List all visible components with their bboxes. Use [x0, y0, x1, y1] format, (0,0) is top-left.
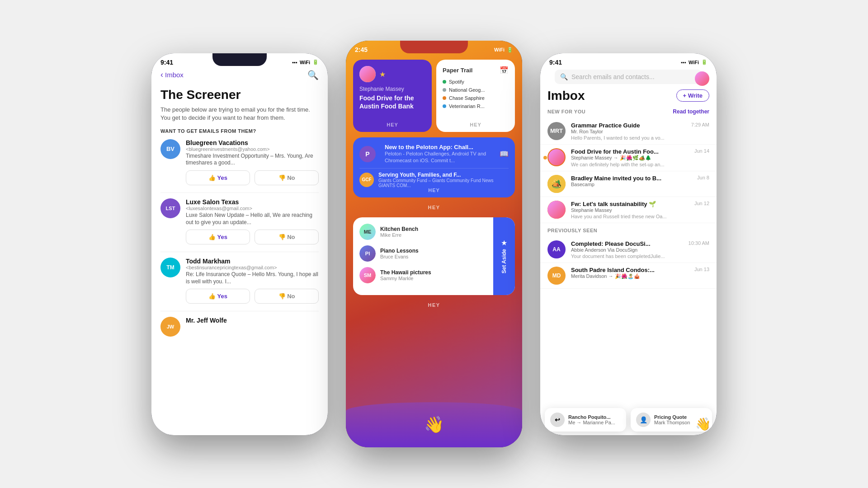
sender-info-1: Luxe Salon Texas <luxesalontexas@gmail.c…	[186, 198, 319, 244]
nav-bar-1: ‹ Imbox 🔍	[151, 68, 328, 84]
star-icon: ★	[379, 70, 386, 79]
battery-icon-2: 🔋	[507, 47, 513, 53]
email-item-1[interactable]: Food Drive for the Austin Foo... Jun 14 …	[540, 145, 717, 171]
no-button-1[interactable]: 👎 No	[255, 230, 319, 244]
sender-email-0: <bluegreeninvestments@yahoo.com>	[186, 146, 319, 152]
set-aside-list: ME Kitchen Bench Mike Erre PI	[353, 217, 493, 295]
search-icon-3: 🔍	[560, 73, 568, 80]
email-content-0: Grammar Practice Guide 7:29 AM Mr. Ron T…	[571, 122, 709, 141]
paper-title: Paper Trail	[443, 67, 472, 74]
set-aside-from-1: Bruce Evans	[380, 254, 419, 259]
email-avatar-3	[547, 201, 566, 219]
time-1: 9:41	[160, 59, 173, 66]
email-content-prev-1: South Padre Island Condos:... Jun 13 Mer…	[571, 267, 709, 285]
email-from-2: Basecamp	[571, 182, 709, 187]
set-aside-info-0: Kitchen Bench Mike Erre	[380, 226, 418, 238]
popup-avatar-1: ↩	[550, 413, 565, 427]
popup-name-1: Rancho Poquito...	[568, 414, 615, 420]
widget-set-aside[interactable]: ME Kitchen Bench Mike Erre PI	[353, 217, 515, 295]
gcf-body: Giants Community Fund – Giants Community…	[378, 178, 509, 188]
sender-info-2: Todd Markham <bestinsurancepricingtexas@…	[186, 258, 319, 304]
write-button[interactable]: + Write	[676, 89, 709, 102]
paper-item-3: Veterinarian R...	[443, 103, 509, 109]
set-aside-avatar-1: PI	[359, 245, 376, 262]
imbox-header: Imbox + Write	[540, 89, 717, 108]
email-preview-0: Hello Parents, I wanted to send you a vo…	[571, 135, 709, 141]
email-avatar-1	[547, 148, 566, 166]
email-item-3[interactable]: Fw: Let's talk sustainability 🌱 Jun 12 S…	[540, 197, 717, 223]
peloton-body: Peloton - Peloton Challenges, Android TV…	[385, 150, 495, 164]
set-aside-item-1: PI Piano Lessons Bruce Evans	[359, 245, 487, 262]
email-item-prev-0[interactable]: AA Completed: Please DocuSi... 10:30 AM …	[540, 237, 717, 263]
sender-name-3: Mr. Jeff Wolfe	[186, 317, 319, 324]
widget-paper-trail[interactable]: Paper Trail 📅 Spotify National Geog...	[436, 60, 515, 132]
book-icon: 📖	[500, 150, 509, 158]
dot-gray-icon	[443, 88, 446, 92]
set-aside-name-2: The Hawaii pictures	[380, 269, 431, 276]
email-time-0: 7:29 AM	[691, 122, 709, 127]
sender-name-1: Luxe Salon Texas	[186, 198, 319, 206]
back-label-1: Imbox	[165, 71, 184, 79]
battery-icon-3: 🔋	[701, 59, 708, 65]
popup-card-1[interactable]: ↩ Rancho Poquito... Me → Marianne Pa...	[545, 408, 626, 432]
email-top-row-0: Grammar Practice Guide 7:29 AM	[571, 122, 709, 129]
notch-3	[601, 53, 656, 66]
set-aside-button[interactable]: ★ Set Aside	[493, 217, 515, 295]
yes-button-2[interactable]: 👍 Yes	[186, 289, 250, 304]
read-together-link[interactable]: Read together	[673, 108, 709, 115]
widget-peloton[interactable]: P New to the Peloton App: Chall... Pelot…	[353, 137, 515, 197]
new-section-title: NEW FOR YOU	[547, 109, 585, 114]
yes-button-1[interactable]: 👍 Yes	[186, 230, 250, 244]
email-from-0: Mr. Ron Taylor	[571, 129, 709, 134]
sender-preview-2: Re: Life Insurance Quote – Hello Mrs. Yo…	[186, 271, 319, 285]
sender-avatar-1: LST	[160, 198, 180, 218]
signal-icon-3: ▪▪▪	[681, 60, 686, 65]
email-item-prev-1[interactable]: MD South Padre Island Condos:... Jun 13 …	[540, 263, 717, 289]
set-aside-name-0: Kitchen Bench	[380, 226, 418, 232]
no-button-0[interactable]: 👎 No	[255, 170, 319, 185]
set-aside-btn-label: Set Aside	[501, 249, 507, 273]
email-preview-1: We can definitely help with the set-up a…	[571, 162, 709, 167]
widgets-area: ★ Stephanie Massey Food Drive for the Au…	[346, 55, 522, 314]
popup-text-2: Pricing Quote Mark Thompson	[654, 414, 690, 425]
paper-item-0: Spotify	[443, 79, 509, 84]
calendar-icon: 📅	[500, 66, 509, 75]
yes-button-0[interactable]: 👍 Yes	[186, 170, 250, 185]
widget-sender-name: Stephanie Massey	[359, 86, 425, 92]
widget-subject: Food Drive for the Austin Food Bank	[359, 94, 425, 110]
email-preview-3: Have you and Russell tried these new Oa.…	[571, 214, 709, 219]
screener-content: The Screener The people below are trying…	[151, 84, 328, 421]
back-button-1[interactable]: ‹ Imbox	[160, 70, 184, 80]
hey-label-3: HEY	[353, 188, 515, 193]
hey-widget-screen: 2:45 WiFi 🔋 ★ Step	[346, 41, 522, 447]
set-aside-name-1: Piano Lessons	[380, 248, 419, 254]
notch-1	[212, 53, 267, 66]
stephanie-avatar-img	[359, 66, 376, 82]
sender-preview-1: Luxe Salon New Update – Hello all, We ar…	[186, 212, 319, 226]
email-item-2[interactable]: 🏕️ Bradley Maine invited you to B... Jun…	[540, 171, 717, 197]
email-subject-prev-1: South Padre Island Condos:...	[571, 267, 655, 273]
email-from-prev-0: Abbie Anderson Via DocuSign	[571, 247, 709, 253]
peloton-header: P New to the Peloton App: Chall... Pelot…	[359, 144, 509, 164]
email-top-row-2: Bradley Maine invited you to B... Jun 8	[571, 175, 709, 182]
no-button-2[interactable]: 👎 No	[255, 289, 319, 304]
search-bar-3[interactable]: 🔍 Search emails and contacts...	[555, 70, 702, 84]
set-aside-avatar-0: ME	[359, 224, 376, 240]
search-icon-button-1[interactable]: 🔍	[307, 70, 319, 80]
paper-item-label-1: National Geog...	[449, 87, 485, 93]
sender-email-2: <bestinsurancepricingtexas@gmail.com>	[186, 265, 319, 270]
email-item-0[interactable]: MRT Grammar Practice Guide 7:29 AM Mr. R…	[540, 118, 717, 145]
wave-hand-icon-2: 👋	[424, 415, 444, 434]
screener-description: The people below are trying to email you…	[160, 106, 319, 122]
set-aside-item-2: SM The Hawaii pictures Sammy Markle	[359, 267, 487, 283]
sender-avatar-0: BV	[160, 139, 180, 159]
screener-title: The Screener	[160, 88, 319, 102]
paper-item-label-2: Chase Sapphire	[449, 95, 485, 101]
sender-item-0: BV Bluegreen Vacations <bluegreeninvestm…	[160, 139, 319, 185]
dot-orange-icon	[443, 96, 446, 100]
email-time-prev-1: Jun 13	[694, 267, 709, 272]
email-subject-1: Food Drive for the Austin Foo...	[571, 148, 659, 155]
user-avatar-3[interactable]	[695, 71, 709, 86]
btn-row-1: 👍 Yes 👎 No	[186, 230, 319, 244]
widget-stephanie[interactable]: ★ Stephanie Massey Food Drive for the Au…	[353, 60, 432, 132]
